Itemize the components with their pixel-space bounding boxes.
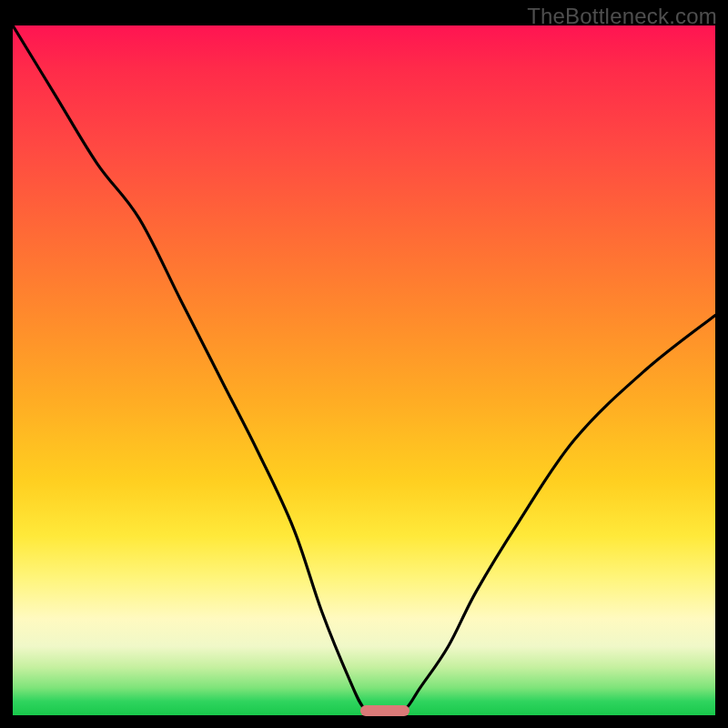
bottleneck-curve <box>13 25 715 715</box>
chart-frame: TheBottleneck.com <box>0 0 728 728</box>
optimum-marker <box>360 705 410 716</box>
plot-area <box>13 25 715 715</box>
